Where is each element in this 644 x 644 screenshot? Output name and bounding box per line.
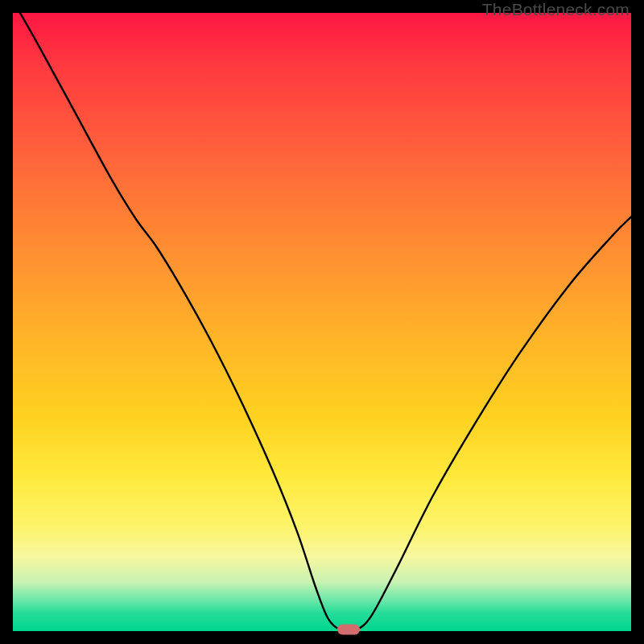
watermark-text: TheBottleneck.com bbox=[482, 0, 630, 19]
minimum-marker bbox=[337, 624, 360, 634]
plot-area bbox=[13, 13, 631, 631]
bottleneck-curve bbox=[13, 13, 631, 631]
chart-frame: TheBottleneck.com bbox=[0, 0, 644, 644]
